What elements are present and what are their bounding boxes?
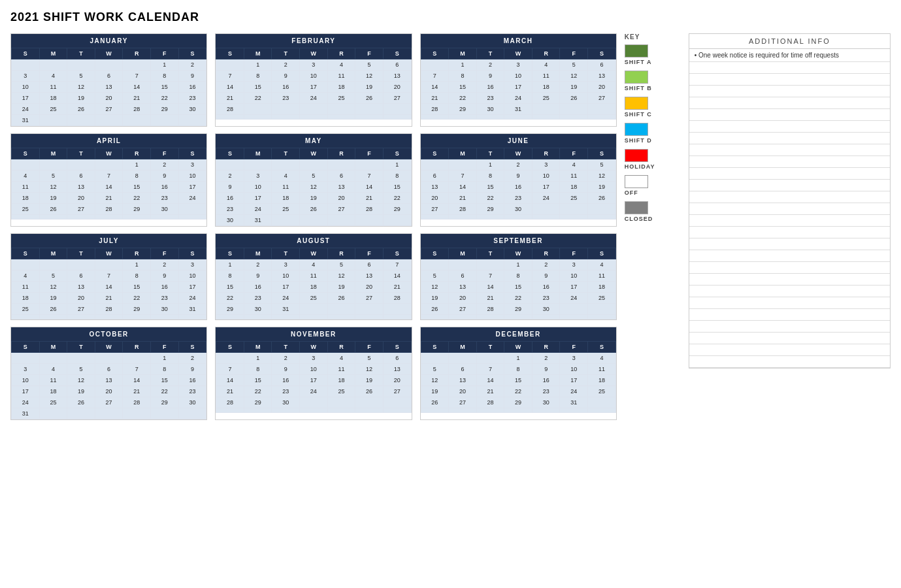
day-cell: 13: [95, 82, 123, 93]
day-of-week-header: T: [67, 248, 95, 259]
day-cell: 26: [588, 193, 616, 204]
key-item-shift-c: SHIFT C: [625, 97, 681, 118]
day-cell: 12: [560, 71, 588, 82]
day-cell: 25: [327, 93, 355, 104]
day-cell: 5: [39, 270, 67, 282]
day-cell: 15: [150, 82, 178, 93]
additional-row: [689, 109, 890, 121]
day-of-week-header: R: [532, 248, 560, 259]
day-of-week-header: S: [178, 48, 206, 59]
day-cell: 18: [12, 193, 40, 204]
empty-cell: [355, 304, 384, 315]
day-cell: 29: [150, 397, 178, 408]
day-cell: 12: [327, 270, 355, 282]
day-cell: 6: [95, 71, 123, 82]
day-of-week-header: T: [476, 48, 504, 59]
day-cell: 19: [421, 293, 449, 304]
day-of-week-header: S: [12, 148, 40, 159]
day-cell: 8: [150, 364, 178, 375]
day-of-week-header: S: [216, 148, 244, 159]
day-cell: 11: [300, 270, 328, 282]
day-cell: 31: [12, 115, 40, 126]
day-cell: 22: [244, 93, 272, 104]
day-of-week-header: S: [178, 342, 206, 353]
day-of-week-header: R: [532, 148, 560, 159]
day-cell: 30: [244, 304, 272, 315]
additional-row: [689, 133, 890, 144]
day-cell: 18: [327, 82, 355, 93]
day-cell: 17: [560, 375, 588, 386]
day-cell: 30: [178, 397, 206, 408]
day-cell: 9: [272, 364, 300, 375]
day-cell: 3: [272, 259, 300, 270]
day-of-week-header: R: [327, 48, 355, 59]
additional-row: [689, 156, 890, 168]
empty-cell: [355, 315, 384, 319]
month-header: JUNE: [421, 134, 616, 148]
empty-cell: [421, 408, 449, 413]
day-of-week-header: M: [449, 148, 477, 159]
day-of-week-header: R: [123, 48, 151, 59]
day-cell: 13: [67, 282, 95, 293]
day-cell: 21: [421, 93, 449, 104]
day-cell: 19: [67, 386, 95, 397]
day-cell: 22: [449, 93, 477, 104]
day-cell: 22: [123, 193, 151, 204]
empty-cell: [355, 159, 384, 171]
day-cell: 14: [476, 282, 504, 293]
day-cell: 13: [327, 182, 355, 193]
empty-cell: [300, 397, 328, 408]
day-cell: 28: [476, 304, 504, 315]
day-cell: 12: [355, 364, 384, 375]
day-cell: 18: [532, 82, 560, 93]
day-cell: 17: [504, 82, 532, 93]
empty-cell: [504, 215, 532, 220]
empty-cell: [67, 259, 95, 270]
day-cell: 22: [504, 293, 532, 304]
day-cell: 17: [272, 282, 300, 293]
day-cell: 25: [532, 93, 560, 104]
day-cell: 15: [476, 182, 504, 193]
key-label: OFF: [625, 189, 638, 196]
day-cell: 19: [588, 182, 616, 193]
day-cell: 6: [588, 59, 616, 71]
empty-cell: [178, 215, 206, 220]
day-cell: 18: [272, 193, 300, 204]
day-cell: 13: [588, 71, 616, 82]
day-cell: 17: [178, 182, 206, 193]
day-of-week-header: S: [383, 342, 411, 353]
day-cell: 15: [123, 282, 151, 293]
day-of-week-header: W: [504, 148, 532, 159]
day-cell: 22: [123, 293, 151, 304]
day-cell: 17: [178, 282, 206, 293]
day-cell: 23: [150, 293, 178, 304]
empty-cell: [244, 159, 272, 171]
day-cell: 4: [12, 171, 40, 182]
day-cell: 30: [178, 104, 206, 115]
day-cell: 27: [588, 93, 616, 104]
day-cell: 3: [178, 259, 206, 270]
day-cell: 3: [12, 71, 40, 82]
day-cell: 28: [355, 204, 384, 215]
calendar-december: DECEMBERSMTWRFS1234567891011121314151617…: [420, 327, 617, 420]
day-cell: 16: [216, 193, 244, 204]
day-cell: 29: [123, 204, 151, 215]
day-of-week-header: T: [67, 48, 95, 59]
day-cell: 22: [244, 386, 272, 397]
day-cell: 15: [123, 182, 151, 193]
day-cell: 16: [272, 375, 300, 386]
day-of-week-header: M: [39, 48, 67, 59]
additional-row: [689, 191, 890, 203]
day-cell: 25: [560, 193, 588, 204]
empty-cell: [355, 215, 384, 226]
day-cell: 11: [12, 182, 40, 193]
day-cell: 19: [300, 193, 328, 204]
day-cell: 4: [39, 71, 67, 82]
day-cell: 14: [95, 282, 123, 293]
day-of-week-header: W: [95, 48, 123, 59]
month-header: MAY: [216, 134, 411, 148]
day-cell: 31: [504, 104, 532, 115]
main-grid: JANUARYSMTWRFS12345678910111213141516171…: [10, 33, 891, 420]
day-cell: 10: [12, 375, 40, 386]
day-cell: 20: [449, 293, 477, 304]
